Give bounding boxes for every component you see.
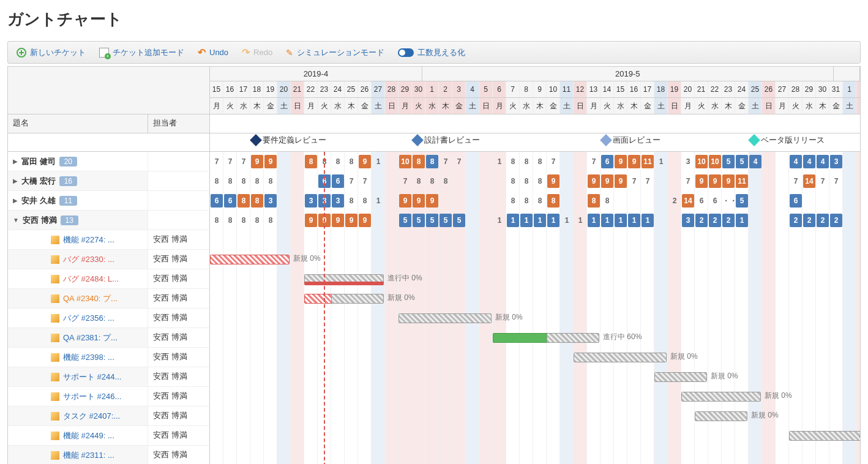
workload-cell[interactable]: 1 — [574, 214, 586, 227]
workload-cell[interactable]: 8 — [305, 155, 317, 168]
workload-cell[interactable]: 8 — [345, 155, 357, 168]
workload-cell[interactable]: 8 — [507, 174, 519, 188]
day-header[interactable]: 30 — [816, 81, 829, 97]
day-header[interactable]: 27 — [776, 81, 789, 97]
workload-cell[interactable]: 6 — [601, 155, 613, 168]
workload-cell[interactable]: 7 — [224, 155, 236, 168]
workload-cell[interactable]: 9 — [345, 214, 357, 227]
tree-toggle-icon[interactable]: ▶ — [13, 178, 18, 184]
workload-cell[interactable]: 1 — [547, 214, 559, 227]
workload-cell[interactable]: 8 — [345, 194, 357, 208]
workload-cell[interactable]: 1 — [642, 214, 654, 227]
ticket-link[interactable]: 機能 #2274: ... — [63, 234, 114, 245]
workload-cell[interactable]: 7 — [682, 174, 694, 188]
workload-cell[interactable]: 8 — [251, 194, 263, 208]
workload-cell[interactable]: 8 — [332, 155, 344, 168]
new-ticket-button[interactable]: 新しいチケット — [17, 47, 86, 58]
workload-cell[interactable]: 8 — [413, 155, 425, 168]
workload-cell[interactable]: 9 — [264, 155, 277, 168]
workload-cell[interactable]: 5 — [736, 155, 748, 168]
ticket-link[interactable]: タスク #2407:... — [63, 411, 120, 422]
workload-cell[interactable]: 6 — [224, 194, 236, 208]
gantt-bar[interactable] — [547, 333, 599, 343]
workload-cell[interactable]: 3 — [305, 194, 317, 208]
milestone[interactable]: 画面レビュー — [602, 135, 660, 146]
workload-cell[interactable]: 8 — [534, 174, 546, 188]
day-header[interactable]: 17 — [237, 81, 250, 97]
workload-cell[interactable]: 8 — [601, 194, 613, 208]
add-mode-button[interactable]: チケット追加モード — [99, 47, 184, 58]
day-header[interactable]: 23 — [318, 81, 331, 97]
workload-cell[interactable]: 8 — [238, 174, 250, 188]
ticket-link[interactable]: 機能 #2398: ... — [63, 352, 114, 363]
workload-cell[interactable]: 2 — [668, 194, 681, 208]
row-title-cell[interactable]: タスク #2407:... — [8, 406, 148, 425]
day-header[interactable]: 4 — [466, 81, 479, 97]
day-header[interactable]: 15 — [210, 81, 223, 97]
workload-cell[interactable]: 3 — [264, 194, 277, 208]
workload-cell[interactable]: 1 — [628, 214, 640, 227]
row-title-cell[interactable]: ▶大橋 宏行16 — [8, 171, 148, 190]
row-title-cell[interactable]: ▼安西 博満13 — [8, 211, 148, 230]
gantt-bar[interactable] — [695, 411, 747, 421]
workload-cell[interactable]: 2 — [830, 214, 842, 227]
workload-cell[interactable]: 8 — [588, 194, 600, 208]
gantt-bar[interactable] — [789, 431, 860, 441]
day-header[interactable]: 3 — [452, 81, 466, 97]
workload-cell[interactable]: 7 — [817, 174, 829, 188]
day-header[interactable]: 21 — [291, 81, 304, 97]
workload-cell[interactable]: 2 — [722, 214, 735, 227]
workload-cell[interactable]: 7 — [790, 174, 802, 188]
day-header[interactable]: 8 — [520, 81, 533, 97]
workload-cell[interactable]: 2 — [695, 214, 708, 227]
workload-cell[interactable]: 10 — [709, 155, 721, 168]
workload-cell[interactable]: 8 — [507, 155, 519, 168]
row-title-cell[interactable]: サポート #246... — [8, 387, 148, 406]
day-header[interactable]: 5 — [479, 81, 493, 97]
day-header[interactable]: 7 — [506, 81, 520, 97]
day-header[interactable]: 26 — [358, 81, 372, 97]
workload-cell[interactable]: 1 — [493, 155, 506, 168]
workload-cell[interactable]: 7 — [547, 155, 559, 168]
row-title-cell[interactable]: ▶安井 久雄11 — [8, 191, 148, 210]
gantt-bar[interactable] — [331, 294, 384, 304]
row-title-cell[interactable]: QA #2381: プ... — [8, 328, 148, 347]
day-header[interactable]: 1 — [843, 81, 856, 97]
workload-cell[interactable]: 5 — [453, 214, 465, 227]
workload-cell[interactable]: 2 — [709, 214, 721, 227]
row-title-cell[interactable]: 機能 #2311: ... — [8, 446, 148, 464]
workload-cell[interactable]: 9 — [588, 174, 600, 188]
workload-cell[interactable]: 4 — [817, 155, 829, 168]
workload-cell[interactable]: 8 — [238, 194, 250, 208]
workload-cell[interactable]: 7 — [588, 155, 600, 168]
day-header[interactable]: 13 — [587, 81, 600, 97]
column-title[interactable]: 題名 — [8, 114, 148, 133]
workload-cell[interactable]: 7 — [399, 174, 411, 188]
workload-cell[interactable]: 7 — [642, 174, 654, 188]
ticket-link[interactable]: サポート #246... — [63, 391, 121, 402]
workload-cell[interactable]: 9 — [628, 155, 640, 168]
day-header[interactable]: 10 — [547, 81, 560, 97]
day-header[interactable]: 29 — [398, 81, 412, 97]
row-title-cell[interactable]: 機能 #2274: ... — [8, 230, 148, 249]
workload-cell[interactable]: 7 — [453, 155, 465, 168]
workload-cell[interactable]: 9 — [251, 155, 263, 168]
workload-cell[interactable]: 14 — [803, 174, 815, 188]
workload-cell[interactable]: 1 — [655, 155, 667, 168]
workload-cell[interactable]: 6 — [211, 194, 223, 208]
day-header[interactable]: 24 — [735, 81, 749, 97]
milestone[interactable]: 要件定義レビュー — [252, 135, 326, 146]
day-header[interactable]: 22 — [304, 81, 318, 97]
day-header[interactable]: 9 — [533, 81, 547, 97]
workload-cell[interactable]: 11 — [736, 174, 748, 188]
workload-cell[interactable]: 7 — [345, 174, 357, 188]
workload-cell[interactable]: 8 — [426, 155, 438, 168]
workload-cell[interactable]: 4 — [749, 155, 761, 168]
workload-cell[interactable]: 3 — [830, 155, 842, 168]
day-header[interactable]: 20 — [681, 81, 695, 97]
workload-cell[interactable]: 9 — [426, 194, 438, 208]
workload-cell[interactable]: 8 — [547, 194, 559, 208]
ticket-link[interactable]: 機能 #2311: ... — [63, 450, 114, 461]
day-header[interactable]: 28 — [385, 81, 398, 97]
ticket-link[interactable]: バグ #2484: L... — [63, 274, 119, 285]
